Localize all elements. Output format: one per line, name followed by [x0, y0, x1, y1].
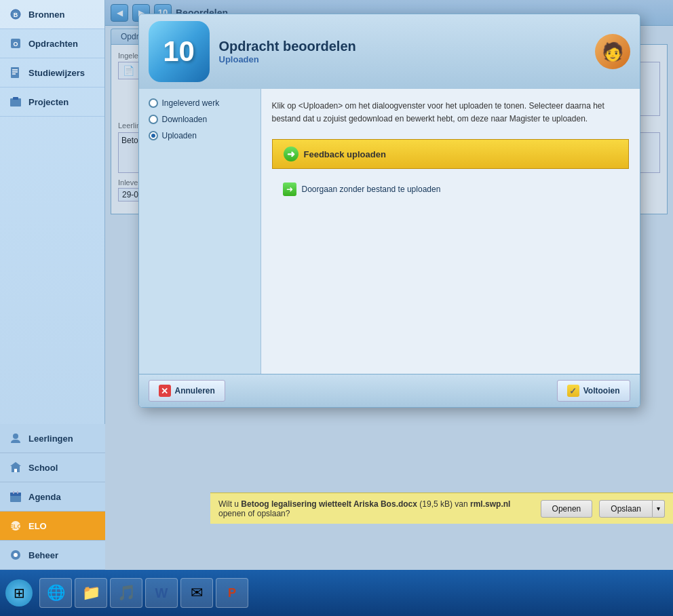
radio-downloaden-label: Downloaden: [162, 115, 208, 124]
agenda-icon: [8, 489, 23, 504]
radio-downloaden[interactable]: Downloaden: [149, 115, 251, 124]
dialog-content: Klik op <Uploaden> om het dialoogvenster…: [261, 89, 640, 374]
cancel-button[interactable]: ✕ Annuleren: [149, 380, 225, 402]
dialog-body: Ingeleverd werk Downloaden Uploaden Klik…: [139, 89, 640, 374]
opdrachten-icon: O: [8, 36, 23, 51]
taskbar-ie[interactable]: 🌐: [39, 578, 72, 608]
school-icon: [8, 460, 23, 475]
svg-text:B: B: [14, 12, 18, 18]
skip-btn-label: Doorgaan zonder bestand te uploaden: [302, 185, 441, 194]
sidebar-item-leerlingen[interactable]: Leerlingen: [0, 424, 105, 453]
school-label: School: [28, 463, 58, 473]
svg-rect-17: [17, 491, 18, 494]
radio-uploaden[interactable]: Uploaden: [149, 131, 251, 140]
radio-ingeleverd-werk[interactable]: Ingeleverd werk: [149, 98, 251, 108]
sidebar-item-opdrachten[interactable]: O Opdrachten: [0, 29, 104, 58]
radio-downloaden-icon: [149, 115, 158, 124]
leerlingen-icon: [8, 431, 23, 446]
download-bar: Wilt u Betoog legalisering wietteelt Ari…: [210, 493, 673, 524]
taskbar-outlook[interactable]: ✉: [180, 578, 213, 608]
download-middle: van: [455, 499, 470, 509]
svg-rect-9: [13, 97, 18, 100]
bottom-nav: Leerlingen School Agenda ELO ELO Beheer: [0, 424, 105, 570]
svg-point-21: [14, 553, 18, 557]
cancel-icon: ✕: [159, 385, 171, 397]
sidebar-opdrachten-label: Opdrachten: [28, 39, 78, 49]
sidebar-item-school[interactable]: School: [0, 453, 105, 482]
svg-text:O: O: [13, 41, 18, 47]
dialog-badge: 10: [149, 21, 210, 82]
agenda-label: Agenda: [28, 492, 61, 502]
dialog-header: 10 Opdracht beoordelen Uploaden 🧑: [139, 14, 640, 89]
sidebar-item-beheer[interactable]: Beheer: [0, 541, 105, 570]
radio-ingeleverd-label: Ingeleverd werk: [162, 98, 220, 108]
taskbar-explorer[interactable]: 📁: [75, 578, 107, 608]
dialog-title: Opdracht beoordelen: [219, 39, 585, 54]
dialog: 10 Opdracht beoordelen Uploaden 🧑 Ingele…: [138, 14, 640, 408]
svg-marker-11: [10, 462, 21, 466]
avatar: 🧑: [595, 34, 630, 69]
start-button[interactable]: ⊞: [5, 579, 33, 607]
svg-rect-13: [14, 469, 17, 472]
svg-rect-15: [10, 493, 21, 496]
download-size: (19,5 kB): [419, 499, 453, 509]
sidebar-item-bronnen[interactable]: B Bronnen: [0, 0, 104, 29]
svg-rect-4: [11, 67, 19, 78]
svg-point-10: [13, 434, 18, 439]
sidebar-studiewijzers-label: Studiewijzers: [28, 68, 85, 78]
taskbar-media[interactable]: 🎵: [110, 578, 142, 608]
download-text: Wilt u Betoog legalisering wietteelt Ari…: [218, 499, 534, 518]
cancel-label: Annuleren: [175, 386, 215, 396]
skip-upload-button[interactable]: ➜ Doorgaan zonder bestand te uploaden: [272, 177, 629, 201]
open-button[interactable]: Openen: [541, 500, 593, 518]
taskbar-powerpoint[interactable]: P: [216, 578, 248, 608]
svg-rect-16: [13, 491, 14, 494]
sidebar-item-agenda[interactable]: Agenda: [0, 482, 105, 512]
svg-text:ELO: ELO: [9, 523, 22, 530]
main-area: ◀ ▶ 10 Beoordelen Opdracht Versie 1 Plag…: [105, 0, 673, 570]
sidebar-item-projecten[interactable]: Projecten: [0, 88, 104, 117]
upload-btn-label: Feedback uploaden: [304, 149, 386, 159]
elo-icon: ELO: [8, 518, 23, 533]
download-suffix: openen of opslaan?: [218, 509, 290, 518]
skip-icon: ➜: [283, 182, 296, 196]
radio-uploaden-icon: [149, 131, 158, 140]
beheer-icon: [8, 547, 23, 562]
sidebar-bronnen-label: Bronnen: [28, 9, 64, 20]
taskbar: ⊞ 🌐 📁 🎵 W ✉ P: [0, 570, 673, 616]
leerlingen-label: Leerlingen: [28, 434, 73, 444]
feedback-upload-button[interactable]: ➜ Feedback uploaden: [272, 139, 629, 169]
save-dropdown-button[interactable]: ▾: [653, 500, 665, 518]
upload-icon: ➜: [284, 147, 299, 161]
dialog-footer: ✕ Annuleren ✓ Voltooien: [139, 374, 640, 407]
dialog-description: Klik op <Uploaden> om het dialoogvenster…: [272, 100, 629, 126]
sidebar-item-studiewijzers[interactable]: Studiewijzers: [0, 58, 104, 88]
studiewijzers-icon: [8, 65, 23, 80]
download-filename: Betoog legalisering wietteelt Ariska Bos…: [241, 499, 417, 509]
download-source: rml.swp.nl: [470, 499, 510, 509]
radio-ingeleverd-icon: [149, 98, 158, 108]
beheer-label: Beheer: [28, 550, 58, 560]
ok-button[interactable]: ✓ Voltooien: [557, 380, 630, 402]
sidebar-item-elo[interactable]: ELO ELO: [0, 512, 105, 541]
dialog-options: Ingeleverd werk Downloaden Uploaden: [139, 89, 261, 374]
ok-label: Voltooien: [583, 386, 620, 396]
elo-label: ELO: [28, 521, 47, 531]
bronnen-icon: B: [8, 7, 23, 22]
save-button[interactable]: Opslaan: [599, 500, 653, 518]
projecten-icon: [8, 94, 23, 109]
radio-uploaden-label: Uploaden: [162, 131, 197, 140]
ok-icon: ✓: [567, 385, 579, 397]
sidebar-projecten-label: Projecten: [28, 97, 69, 107]
taskbar-word[interactable]: W: [145, 578, 178, 608]
download-prefix: Wilt u: [218, 499, 241, 509]
dialog-overlay: 10 Opdracht beoordelen Uploaden 🧑 Ingele…: [105, 0, 673, 570]
dialog-subtitle: Uploaden: [219, 54, 585, 64]
